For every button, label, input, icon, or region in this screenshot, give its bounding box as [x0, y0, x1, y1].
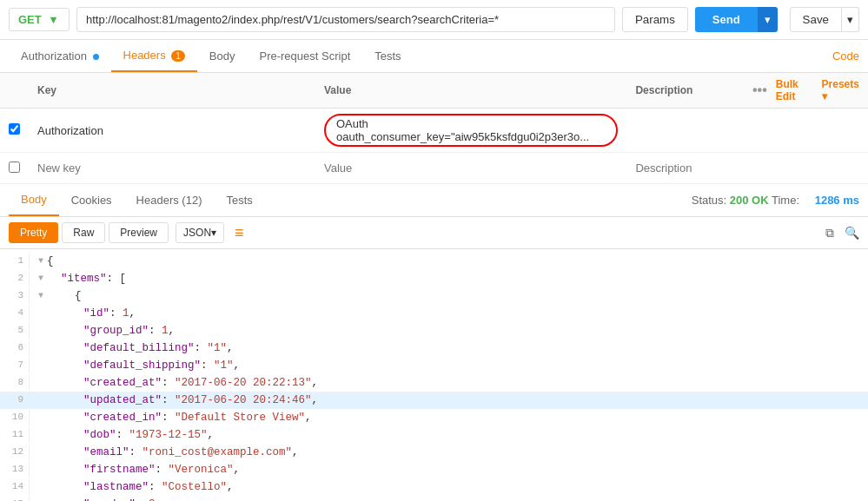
json-value: 1 [162, 325, 169, 337]
line-number: 1 [3, 254, 30, 269]
json-key: "lastname" [83, 481, 149, 493]
th-value: Value [315, 73, 626, 109]
new-key-cell [29, 153, 315, 184]
save-dropdown-button[interactable]: ▾ [842, 7, 859, 32]
line-number: 14 [3, 479, 30, 495]
json-format-select[interactable]: JSON ▾ [176, 222, 224, 243]
row-description-cell [626, 109, 744, 153]
status-ok: 200 OK [730, 194, 769, 207]
response-tabs-bar: Body Cookies Headers (12) Tests Status: … [0, 184, 868, 217]
line-number: 11 [3, 427, 30, 443]
response-toolbar: Pretty Raw Preview JSON ▾ ≡ ⧉ 🔍 [0, 217, 868, 249]
save-button[interactable]: Save [790, 7, 842, 32]
json-key: "id" [83, 307, 109, 320]
line-number: 5 [3, 323, 30, 339]
row-actions-cell [744, 109, 868, 153]
resp-tab-headers[interactable]: Headers (12) [124, 185, 215, 215]
tab-headers[interactable]: Headers 1 [111, 40, 197, 72]
json-punct: { [47, 255, 54, 267]
json-line-10: 10 "created_in": "Default Store View", [0, 409, 868, 426]
top-bar: GET ▾ Params Send ▾ Save ▾ [0, 0, 868, 40]
bulk-edit-button[interactable]: Bulk Edit [776, 78, 813, 102]
new-row-checkbox[interactable] [9, 162, 20, 173]
save-btn-group: Save ▾ [790, 7, 859, 32]
pretty-button[interactable]: Pretty [9, 222, 58, 243]
json-value: 1 [123, 307, 129, 320]
json-value: "2017-06-20 20:24:46" [175, 394, 312, 406]
json-value: "1" [214, 359, 234, 372]
th-key: Key [29, 73, 315, 109]
json-key: "dob" [83, 429, 116, 441]
headers-badge: 1 [171, 50, 185, 62]
presets-button[interactable]: Presets ▾ [822, 78, 859, 102]
json-key: "items" [61, 273, 107, 285]
json-key: "default_billing" [83, 342, 195, 354]
headers-table: Key Value Description ••• Bulk Edit Pres… [0, 73, 868, 184]
json-line-1: 1▼{ [0, 253, 868, 270]
tab-body[interactable]: Body [197, 41, 248, 71]
json-key: "group_id" [83, 325, 149, 337]
json-line-12: 12 "email": "roni_cost@example.com", [0, 444, 868, 461]
header-new-row [0, 153, 868, 184]
wrap-icon[interactable]: ≡ [235, 224, 244, 242]
resp-tab-cookies[interactable]: Cookies [59, 185, 124, 215]
tab-authorization[interactable]: Authorization [9, 41, 111, 71]
json-line-9: 9 "updated_at": "2017-06-20 20:24:46", [0, 392, 868, 409]
collapse-arrow-icon[interactable]: ▼ [38, 289, 43, 303]
oauth-value-ellipse: OAuth oauth_consumer_key="aiw95k5ksfdgu0… [324, 114, 618, 147]
json-line-6: 6 "default_billing": "1", [0, 339, 868, 357]
url-input[interactable] [76, 7, 615, 32]
header-row-authorization: Authorization OAuth oauth_consumer_key="… [0, 109, 868, 153]
th-description: Description [626, 73, 744, 109]
response-time: 1286 ms [815, 194, 859, 207]
tab-pre-request[interactable]: Pre-request Script [247, 41, 362, 71]
json-key: "created_in" [83, 412, 162, 424]
json-key: "default_shipping" [83, 359, 201, 372]
resp-tab-body[interactable]: Body [9, 184, 59, 216]
json-viewer: 1▼{2▼"items": [3▼{4 "id": 1,5 "group_id"… [0, 249, 868, 501]
method-chevron-icon: ▾ [50, 13, 56, 26]
json-line-2: 2▼"items": [ [0, 270, 868, 287]
new-value-input[interactable] [324, 158, 618, 178]
new-key-input[interactable] [37, 158, 289, 178]
json-value: "Veronica" [169, 464, 234, 476]
request-tabs: Authorization Headers 1 Body Pre-request… [0, 40, 868, 73]
th-checkbox [0, 73, 29, 109]
json-value: "roni_cost@example.com" [142, 446, 293, 458]
line-number: 13 [3, 462, 30, 478]
line-number: 10 [3, 410, 30, 425]
method-label: GET [18, 13, 42, 26]
collapse-arrow-icon[interactable]: ▼ [38, 254, 43, 268]
copy-icon[interactable]: ⧉ [825, 226, 834, 241]
row-checkbox[interactable] [9, 123, 20, 135]
json-line-13: 13 "firstname": "Veronica", [0, 461, 868, 478]
json-value: "1" [208, 342, 228, 354]
method-selector[interactable]: GET ▾ [9, 8, 70, 31]
json-line-14: 14 "lastname": "Costello", [0, 478, 868, 496]
line-number: 7 [3, 358, 30, 373]
search-icon[interactable]: 🔍 [845, 226, 859, 240]
collapse-arrow-icon[interactable]: ▼ [38, 272, 43, 286]
json-value: "Costello" [162, 481, 227, 493]
more-options-icon[interactable]: ••• [752, 82, 767, 98]
send-button[interactable]: Send [695, 7, 758, 32]
line-number: 8 [3, 375, 30, 391]
json-line-15: 15 "gender": 2, [0, 496, 868, 501]
json-punct: { [75, 290, 82, 302]
json-key: "updated_at" [83, 394, 162, 406]
preview-button[interactable]: Preview [109, 222, 169, 243]
line-number: 3 [3, 288, 30, 304]
json-chevron-icon: ▾ [211, 227, 216, 239]
line-number: 2 [3, 271, 30, 287]
params-button[interactable]: Params [622, 7, 688, 32]
raw-button[interactable]: Raw [62, 222, 105, 243]
json-line-4: 4 "id": 1, [0, 305, 868, 322]
send-dropdown-button[interactable]: ▾ [758, 7, 778, 32]
line-number: 6 [3, 340, 30, 356]
resp-tab-tests[interactable]: Tests [214, 185, 264, 215]
new-desc-input[interactable] [635, 158, 735, 178]
new-desc-cell [626, 153, 744, 184]
auth-value-text: OAuth oauth_consumer_key="aiw95k5ksfdgu0… [336, 117, 589, 143]
code-link[interactable]: Code [832, 49, 859, 63]
tab-tests[interactable]: Tests [362, 41, 413, 71]
